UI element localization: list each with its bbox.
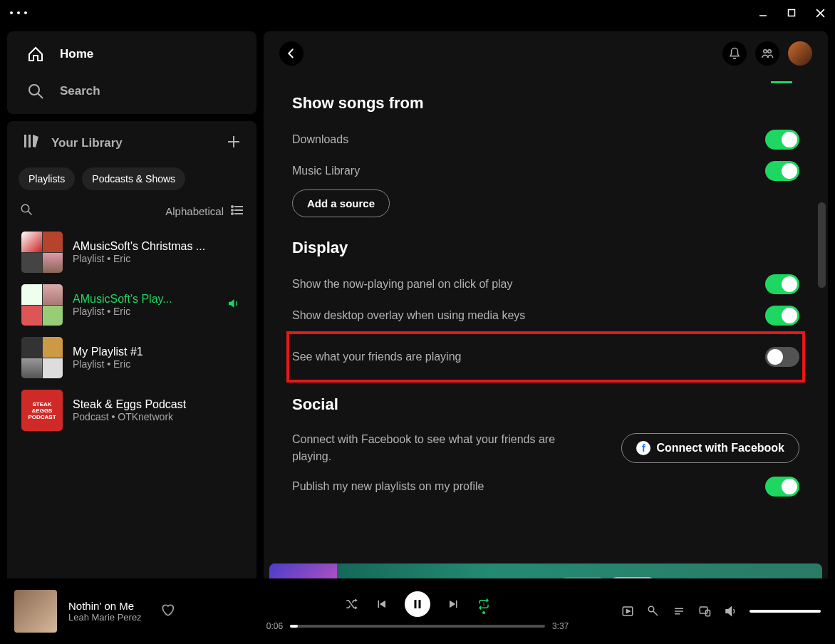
nav-home[interactable]: Home xyxy=(7,36,256,73)
now-playing-artist[interactable]: Leah Marie Perez xyxy=(68,612,142,623)
notifications-button[interactable] xyxy=(722,41,747,66)
playlist-cover xyxy=(21,284,63,326)
section-show-songs-title: Show songs from xyxy=(292,94,799,113)
play-pause-button[interactable] xyxy=(405,591,430,617)
nav-search-label: Search xyxy=(60,84,100,98)
facebook-icon: f xyxy=(636,441,650,455)
toggle-now-playing[interactable] xyxy=(765,274,799,294)
playlist-cover xyxy=(21,337,63,378)
window-minimize[interactable] xyxy=(758,8,768,18)
svg-rect-7 xyxy=(28,135,31,147)
svg-rect-21 xyxy=(419,600,421,608)
svg-rect-20 xyxy=(415,600,417,608)
svg-rect-1 xyxy=(789,10,795,16)
toggle-publish[interactable] xyxy=(765,477,799,497)
search-icon xyxy=(27,83,44,100)
volume-slider[interactable] xyxy=(750,610,821,613)
svg-line-26 xyxy=(653,611,658,616)
svg-point-4 xyxy=(29,85,39,95)
library-icon xyxy=(23,133,40,153)
library-add[interactable] xyxy=(227,133,241,153)
now-playing-artwork[interactable] xyxy=(14,590,57,633)
queue-button[interactable] xyxy=(673,605,685,618)
svg-line-5 xyxy=(38,93,43,98)
svg-point-19 xyxy=(768,50,772,53)
section-display-title: Display xyxy=(292,239,799,257)
like-button[interactable] xyxy=(160,603,175,620)
profile-avatar[interactable] xyxy=(788,41,812,66)
chip-podcasts[interactable]: Podcasts & Shows xyxy=(82,167,185,190)
library-item-subtitle: Playlist • Eric xyxy=(73,306,217,317)
library-sort[interactable]: Alphabetical xyxy=(165,204,244,219)
setting-publish-label: Publish my new playlists on my profile xyxy=(292,480,484,493)
add-source-button[interactable]: Add a source xyxy=(292,189,390,217)
back-button[interactable] xyxy=(279,41,304,66)
library-item-subtitle: Playlist • Eric xyxy=(73,253,242,264)
toggle-friends-playing[interactable] xyxy=(765,347,799,367)
library-item-subtitle: Podcast • OTKnetwork xyxy=(73,411,242,422)
window-maximize[interactable] xyxy=(787,8,797,18)
lyrics-button[interactable] xyxy=(647,605,660,618)
now-playing-title[interactable]: Nothin' on Me xyxy=(68,600,142,612)
library-item-title: AMusicSoft's Christmas ... xyxy=(73,240,242,253)
svg-point-15 xyxy=(232,206,233,207)
svg-line-11 xyxy=(28,211,31,214)
library-item[interactable]: AMusicSoft's Play... Playlist • Eric xyxy=(14,279,249,331)
library-item-title: My Playlist #1 xyxy=(73,346,242,358)
social-description: Connect with Facebook to see what your f… xyxy=(292,431,591,465)
home-icon xyxy=(27,46,44,63)
window-close[interactable] xyxy=(815,8,825,18)
setting-downloads-label: Downloads xyxy=(292,133,348,146)
window-menu[interactable] xyxy=(10,11,27,14)
svg-text:1: 1 xyxy=(482,602,485,606)
library-title: Your Library xyxy=(51,136,123,150)
friends-button[interactable] xyxy=(755,41,779,66)
scrollbar-thumb[interactable] xyxy=(818,202,826,288)
svg-point-16 xyxy=(232,209,233,211)
library-item[interactable]: STEAK&EGGSPODCAST Steak & Eggs Podcast P… xyxy=(14,384,249,437)
library-item-title: AMusicSoft's Play... xyxy=(73,293,217,306)
setting-music-library-label: Music Library xyxy=(292,165,360,177)
playing-icon xyxy=(227,297,239,313)
library-item[interactable]: AMusicSoft's Christmas ... Playlist • Er… xyxy=(14,226,249,279)
library-toggle[interactable]: Your Library xyxy=(23,133,123,153)
library-sort-label: Alphabetical xyxy=(165,205,224,217)
library-item-title: Steak & Eggs Podcast xyxy=(73,398,242,411)
setting-desktop-overlay-label: Show desktop overlay when using media ke… xyxy=(292,309,525,322)
shuffle-button[interactable] xyxy=(345,598,358,611)
repeat-button[interactable]: 1 xyxy=(477,598,490,611)
volume-button[interactable] xyxy=(724,605,737,618)
svg-point-25 xyxy=(648,606,654,612)
toggle-downloads[interactable] xyxy=(765,130,799,150)
svg-point-10 xyxy=(21,204,29,212)
library-search[interactable] xyxy=(20,203,33,219)
connect-facebook-label: Connect with Facebook xyxy=(656,442,784,455)
seek-bar[interactable] xyxy=(290,625,545,628)
podcast-cover: STEAK&EGGSPODCAST xyxy=(21,390,63,431)
chip-playlists[interactable]: Playlists xyxy=(19,167,75,190)
previous-button[interactable] xyxy=(375,598,388,611)
svg-point-18 xyxy=(764,50,767,53)
connect-device-button[interactable] xyxy=(698,605,711,618)
nav-home-label: Home xyxy=(60,47,93,61)
setting-friends-playing-label: See what your friends are playing xyxy=(292,350,461,363)
svg-rect-6 xyxy=(24,135,26,147)
setting-now-playing-label: Show the now-playing panel on click of p… xyxy=(292,278,513,291)
next-button[interactable] xyxy=(447,598,460,611)
time-total: 3:37 xyxy=(552,621,569,631)
playlist-cover xyxy=(21,232,63,273)
svg-point-17 xyxy=(232,213,233,214)
library-item[interactable]: My Playlist #1 Playlist • Eric xyxy=(14,331,249,384)
svg-marker-24 xyxy=(627,610,631,613)
library-item-subtitle: Playlist • Eric xyxy=(73,358,242,370)
list-icon xyxy=(231,204,244,219)
nav-search[interactable]: Search xyxy=(7,73,256,110)
now-playing-view-button[interactable] xyxy=(621,605,634,618)
section-social-title: Social xyxy=(292,395,799,414)
toggle-desktop-overlay[interactable] xyxy=(765,306,799,326)
connect-facebook-button[interactable]: f Connect with Facebook xyxy=(621,433,799,463)
toggle-music-library[interactable] xyxy=(765,161,799,181)
time-elapsed: 0:06 xyxy=(266,621,283,631)
